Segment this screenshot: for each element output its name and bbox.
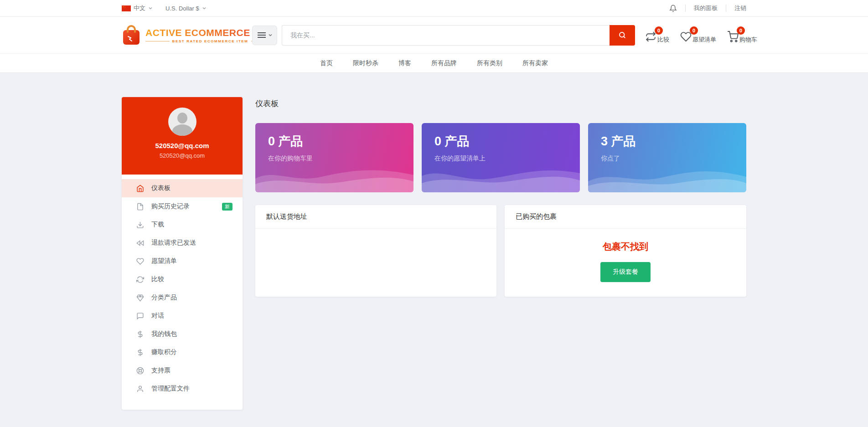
notifications-button[interactable]: [669, 5, 677, 12]
language-selector[interactable]: 中文: [122, 4, 153, 12]
sidebar-item-purchase-history[interactable]: 购买历史记录 新: [122, 197, 243, 216]
file-icon: [136, 203, 144, 211]
orders-stat-card: 3 产品 你点了: [588, 123, 746, 192]
top-utility-bar: 中文 U.S. Dollar $ 我的面板 注销: [0, 0, 868, 17]
main-header: ACTIVE ECOMMERCE CMS BEST RATED ECOMMERC…: [0, 17, 868, 53]
logo-tagline: BEST RATED ECOMMERCE ITEM: [172, 39, 248, 43]
nav-item-all-brands[interactable]: 所有品牌: [431, 59, 457, 67]
refresh-icon: [136, 276, 144, 283]
wishlist-count-badge: 0: [690, 26, 698, 35]
cart-action[interactable]: 0 购物车: [727, 26, 757, 44]
currency-label: U.S. Dollar $: [165, 5, 199, 12]
support-icon: [136, 367, 144, 375]
sidebar-item-wishlist[interactable]: 愿望清单: [122, 252, 243, 270]
nav-item-home[interactable]: 首页: [320, 59, 333, 67]
sidebar-item-dashboard[interactable]: 仪表板: [122, 179, 243, 197]
wishlist-stat-card: 0 产品 在你的愿望清单上: [422, 123, 580, 192]
profile-card: 520520@qq.com 520520@qq.com: [122, 97, 243, 175]
chevron-down-icon: [268, 33, 273, 37]
user-icon: [136, 385, 144, 393]
sidebar-item-refund-requests[interactable]: 退款请求已发送: [122, 234, 243, 252]
stat-caption: 在你的愿望清单上: [434, 154, 567, 163]
chevron-down-icon: [202, 6, 207, 10]
sidebar-menu: 仪表板 购买历史记录 新 下载 退款请求已发送 愿望清单: [122, 175, 243, 398]
account-sidebar: 520520@qq.com 520520@qq.com 仪表板 购买历史记录 新…: [122, 97, 243, 410]
search-icon: [618, 31, 626, 39]
compare-action[interactable]: 0 比较: [645, 26, 669, 44]
compare-count-badge: 0: [655, 26, 663, 35]
sidebar-item-downloads[interactable]: 下载: [122, 216, 243, 234]
upgrade-package-button[interactable]: 升级套餐: [600, 262, 651, 282]
category-menu-button[interactable]: [252, 26, 277, 45]
wishlist-action[interactable]: 0 愿望清单: [680, 26, 716, 44]
package-not-found-message: 包裹不找到: [514, 241, 737, 253]
shopping-bag-logo-icon: [122, 25, 141, 46]
rewind-icon: [136, 239, 144, 247]
default-shipping-address-panel: 默认送货地址: [255, 205, 496, 297]
nav-item-blog[interactable]: 博客: [398, 59, 411, 67]
cart-count-badge: 0: [737, 26, 745, 35]
china-flag-icon: [122, 5, 131, 11]
dollar-icon: [136, 330, 144, 338]
sidebar-item-my-wallet[interactable]: 我的钱包: [122, 325, 243, 343]
wave-decoration: [255, 163, 413, 192]
hamburger-icon: [257, 32, 266, 38]
stat-value: 0 产品: [268, 133, 401, 149]
wave-decoration: [422, 163, 580, 192]
avatar: [168, 108, 196, 136]
logout-link[interactable]: 注销: [734, 4, 746, 12]
my-panel-link[interactable]: 我的面板: [694, 4, 718, 12]
bell-icon: [669, 5, 677, 12]
currency-selector[interactable]: U.S. Dollar $: [165, 5, 207, 12]
heart-icon: [680, 31, 692, 42]
sidebar-item-earn-points[interactable]: 赚取积分: [122, 343, 243, 361]
sidebar-item-compare[interactable]: 比较: [122, 270, 243, 288]
logo[interactable]: ACTIVE ECOMMERCE CMS BEST RATED ECOMMERC…: [122, 25, 236, 46]
sidebar-item-conversations[interactable]: 对话: [122, 307, 243, 325]
wishlist-label: 愿望清单: [692, 36, 716, 44]
search-button[interactable]: [610, 25, 635, 46]
cart-icon: [727, 31, 739, 42]
nav-item-all-categories[interactable]: 所有类别: [477, 59, 502, 67]
nav-item-all-sellers[interactable]: 所有卖家: [522, 59, 548, 67]
gem-icon: [136, 294, 144, 302]
dollar-icon: [136, 349, 144, 356]
stat-value: 3 产品: [601, 133, 734, 149]
cart-stat-card: 0 产品 在你的购物车里: [255, 123, 413, 192]
sidebar-item-classified-products[interactable]: 分类产品: [122, 288, 243, 307]
profile-email: 520520@qq.com: [122, 152, 243, 159]
download-icon: [136, 221, 144, 229]
address-panel-body: [255, 229, 496, 246]
page-title: 仪表板: [255, 98, 746, 109]
wave-decoration: [588, 163, 746, 192]
search-input[interactable]: [282, 25, 610, 46]
divider: [726, 5, 726, 12]
main-nav: 首页 限时秒杀 博客 所有品牌 所有类别 所有卖家: [0, 53, 868, 73]
sidebar-item-manage-profile[interactable]: 管理配置文件: [122, 380, 243, 398]
profile-name: 520520@qq.com: [122, 142, 243, 149]
panel-title: 默认送货地址: [255, 205, 496, 229]
divider: [685, 5, 686, 12]
compare-icon: [645, 31, 656, 42]
purchased-packages-panel: 已购买的包裹 包裹不找到 升级套餐: [505, 205, 746, 297]
chevron-down-icon: [148, 6, 153, 10]
sidebar-item-support-ticket[interactable]: 支持票: [122, 361, 243, 380]
cart-label: 购物车: [739, 36, 757, 44]
stat-value: 0 产品: [434, 133, 567, 149]
compare-label: 比较: [657, 36, 669, 44]
home-icon: [136, 185, 144, 192]
search-bar: [282, 25, 635, 46]
panel-title: 已购买的包裹: [505, 205, 746, 229]
new-badge: 新: [222, 203, 232, 211]
nav-item-flash-deals[interactable]: 限时秒杀: [353, 59, 378, 67]
language-label: 中文: [134, 4, 145, 12]
heart-icon: [136, 257, 144, 265]
stat-caption: 你点了: [601, 154, 734, 163]
chat-icon: [136, 312, 144, 320]
stat-caption: 在你的购物车里: [268, 154, 401, 163]
